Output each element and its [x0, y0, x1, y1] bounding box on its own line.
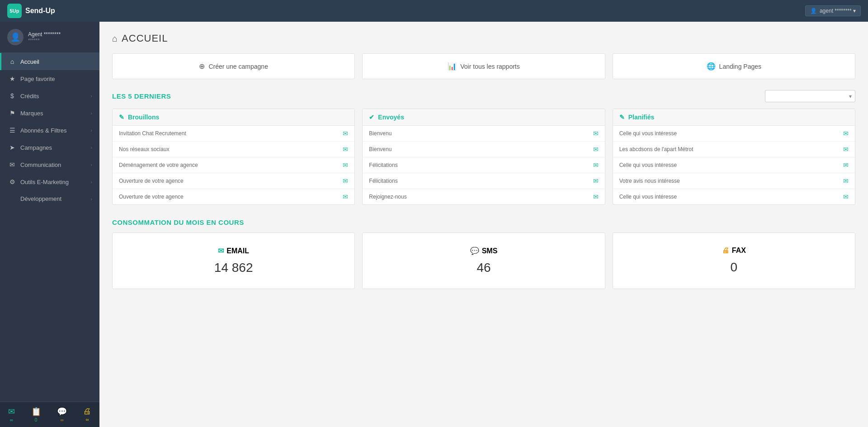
sidebar-footer-fax[interactable]: 🖨 ∞	[83, 407, 91, 422]
sidebar-label-credits: Crédits	[20, 93, 39, 100]
table-row[interactable]: Invitation Chat Recrutement ✉	[113, 126, 354, 142]
email-consumption-label: EMAIL	[226, 247, 249, 255]
sidebar-item-page-favorite[interactable]: ★ Page favorite	[0, 70, 99, 87]
email-icon: ✉	[843, 130, 849, 137]
envoyes-header-icon: ✔	[369, 114, 374, 121]
sidebar-icon-outils-emarketing: ⚙	[9, 178, 16, 185]
email-icon: ✉	[343, 130, 348, 137]
landing-icon: 🌐	[707, 62, 716, 71]
sidebar-item-left: Développement	[9, 195, 61, 202]
sidebar-icon-accueil: ⌂	[9, 58, 16, 65]
sidebar-footer-email[interactable]: ✉ ∞	[8, 407, 15, 422]
campaign-name: Félicitations	[369, 178, 397, 184]
email-footer-icon: ✉	[8, 407, 15, 417]
creer-campagne-card[interactable]: ⊕ Créer une campagne	[112, 53, 355, 79]
campaign-name: Ouverture de votre agence	[119, 178, 184, 184]
sidebar-nav: ⌂ Accueil ★ Page favorite $ Crédits › ⚑ …	[0, 53, 99, 402]
email-icon: ✉	[843, 161, 849, 169]
fax-consumption-label: FAX	[732, 247, 746, 255]
campaign-name: Bienvenu	[369, 146, 392, 152]
email-icon: ✉	[343, 161, 348, 169]
fax-consumption-value: 0	[622, 260, 846, 275]
campaign-name: Les abcdsons de l'apart Métrot	[619, 146, 693, 152]
campaign-name: Bienvenu	[369, 130, 392, 137]
chevron-icon: ›	[90, 162, 92, 167]
landing-pages-card[interactable]: 🌐 Landing Pages	[613, 53, 855, 79]
email-icon: ✉	[843, 177, 849, 185]
sidebar-icon-credits: $	[9, 92, 16, 100]
table-row[interactable]: Ouverture de votre agence ✉	[113, 189, 354, 204]
campaign-name: Félicitations	[369, 162, 397, 168]
last5-header: LES 5 DERNIERS	[112, 90, 855, 102]
contacts-footer-icon: 📋	[31, 407, 41, 417]
sms-consumption-label: SMS	[482, 247, 498, 255]
sidebar-label-page-favorite: Page favorite	[20, 76, 55, 82]
sidebar-item-communication[interactable]: ✉ Communication ›	[0, 156, 99, 173]
fax-consumption-title: 🖨 FAX	[622, 247, 846, 255]
page-title: ⌂ ACCUEIL	[112, 33, 855, 44]
user-menu-button[interactable]: 👤 agent ******** ▾	[805, 5, 861, 16]
sidebar-label-abonnes-filtres: Abonnés & Filtres	[20, 127, 67, 134]
profile-name: Agent ********	[28, 31, 61, 38]
logo: 5Up	[7, 4, 22, 18]
sidebar-label-campagnes: Campagnes	[20, 144, 52, 151]
voir-rapports-card[interactable]: 📊 Voir tous les rapports	[362, 53, 605, 79]
sidebar-footer-contacts[interactable]: 📋 0	[31, 407, 41, 422]
email-icon: ✉	[343, 177, 348, 185]
table-row[interactable]: Félicitations ✉	[363, 157, 604, 173]
table-row[interactable]: Les abcdsons de l'apart Métrot ✉	[613, 142, 855, 157]
campaign-name: Celle qui vous intéresse	[619, 162, 677, 168]
sidebar-label-developpement: Développement	[20, 195, 61, 202]
campaign-filter-select[interactable]	[765, 90, 855, 102]
table-row[interactable]: Bienvenu ✉	[363, 142, 604, 157]
sidebar-item-marques[interactable]: ⚑ Marques ›	[0, 104, 99, 122]
page-title-text: ACCUEIL	[122, 33, 168, 44]
contacts-footer-value: 0	[35, 418, 38, 422]
sidebar-item-left: ⚑ Marques	[9, 109, 43, 117]
planifies-header: ✎ Planifiés	[613, 109, 855, 126]
sidebar-item-left: ★ Page favorite	[9, 75, 55, 82]
brand-name: Send-Up	[25, 7, 55, 15]
voir-rapports-label: Voir tous les rapports	[460, 63, 520, 70]
sidebar-item-accueil[interactable]: ⌂ Accueil	[0, 53, 99, 70]
table-row[interactable]: Votre avis nous intéresse ✉	[613, 173, 855, 189]
brand: 5Up Send-Up	[7, 4, 55, 18]
sidebar-label-accueil: Accueil	[20, 58, 39, 65]
chevron-icon: ›	[90, 145, 92, 150]
planifies-header-icon: ✎	[619, 114, 625, 121]
sidebar-label-marques: Marques	[20, 110, 43, 117]
table-row[interactable]: Nos réseaux sociaux ✉	[113, 142, 354, 157]
sidebar-item-outils-emarketing[interactable]: ⚙ Outils E-Marketing ›	[0, 173, 99, 190]
table-row[interactable]: Celle qui vous intéresse ✉	[613, 157, 855, 173]
table-row[interactable]: Déménagement de votre agence ✉	[113, 157, 354, 173]
table-row[interactable]: Rejoignez-nous ✉	[363, 189, 604, 204]
email-icon: ✉	[843, 146, 849, 153]
chevron-icon: ›	[90, 196, 92, 202]
email-footer-value: ∞	[10, 418, 13, 422]
campaign-name: Invitation Chat Recrutement	[119, 130, 186, 137]
sidebar-icon-communication: ✉	[9, 161, 16, 168]
sidebar-item-credits[interactable]: $ Crédits ›	[0, 87, 99, 104]
sidebar-item-campagnes[interactable]: ➤ Campagnes ›	[0, 139, 99, 156]
email-consumption-title: ✉ EMAIL	[122, 247, 345, 255]
avatar: 👤	[7, 29, 24, 45]
table-row[interactable]: Ouverture de votre agence ✉	[113, 173, 354, 189]
email-icon: ✉	[593, 130, 599, 137]
sidebar-item-abonnes-filtres[interactable]: ☰ Abonnés & Filtres ›	[0, 122, 99, 139]
table-row[interactable]: Celle qui vous intéresse ✉	[613, 126, 855, 142]
planifies-card: ✎ Planifiés Celle qui vous intéresse ✉ L…	[613, 109, 855, 205]
sidebar-footer-sms[interactable]: 💬 ∞	[57, 407, 67, 422]
topbar: 5Up Send-Up 👤 agent ******** ▾	[0, 0, 868, 22]
table-row[interactable]: Félicitations ✉	[363, 173, 604, 189]
sms-consumption-value: 46	[372, 261, 595, 275]
sidebar-item-left: ☰ Abonnés & Filtres	[9, 127, 67, 134]
landing-pages-label: Landing Pages	[719, 63, 761, 70]
sidebar-item-developpement[interactable]: Développement ›	[0, 190, 99, 207]
table-row[interactable]: Bienvenu ✉	[363, 126, 604, 142]
sidebar-icon-page-favorite: ★	[9, 75, 16, 82]
brouillons-title: Brouillons	[128, 114, 159, 121]
fax-consumption-icon: 🖨	[722, 247, 729, 255]
creer-icon: ⊕	[199, 62, 205, 71]
email-icon: ✉	[343, 193, 348, 200]
table-row[interactable]: Celle qui vous intéresse ✉	[613, 189, 855, 204]
